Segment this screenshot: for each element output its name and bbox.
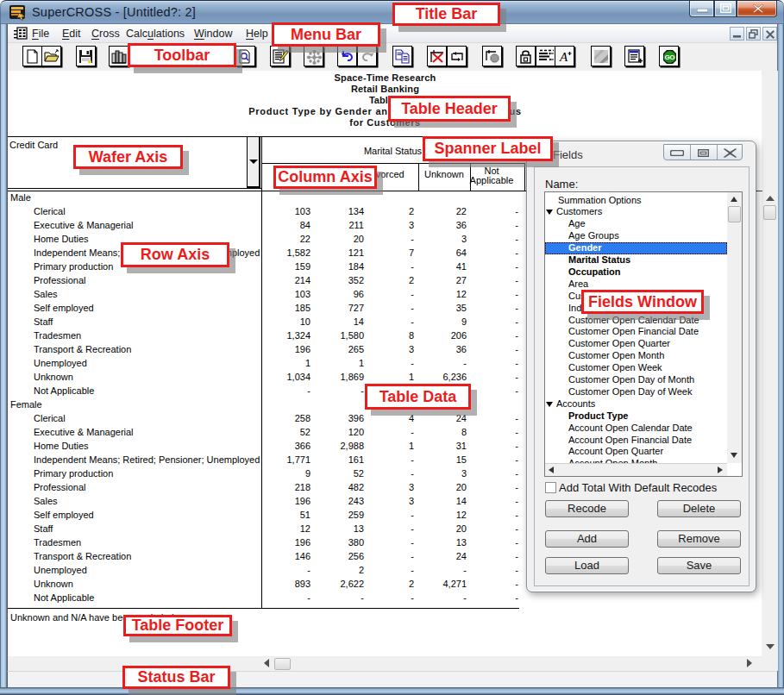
svg-text:GO: GO [665,53,675,61]
svg-text:A: A [559,50,568,64]
